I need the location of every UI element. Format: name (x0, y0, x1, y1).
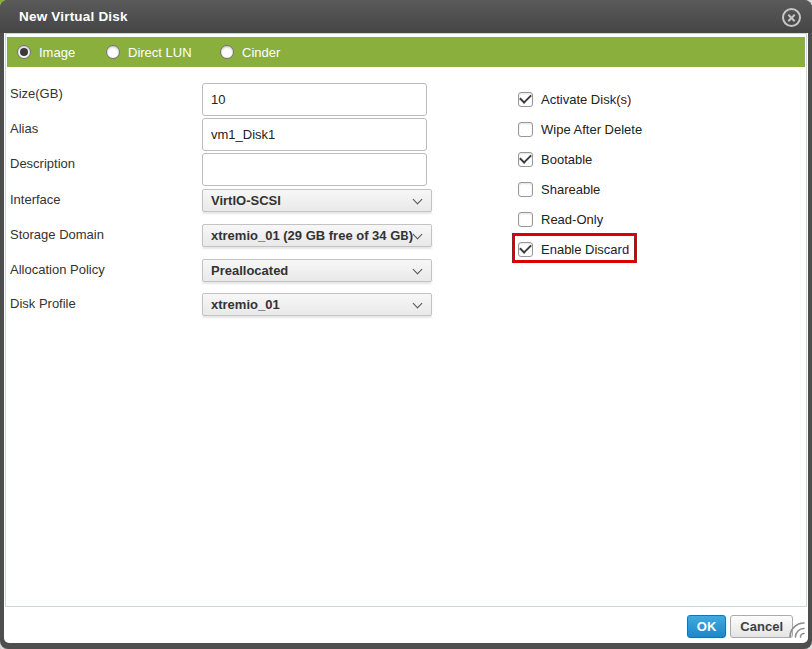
form-row-size: Size(GB) (10, 83, 427, 116)
field-label: Size(GB) (10, 83, 202, 116)
checkbox-row-shareable: Shareable (518, 174, 738, 204)
form-row-description: Description (10, 153, 427, 186)
chevron-down-icon (413, 230, 423, 240)
form-row-disk-profile: Disk Profile xtremio_01 (10, 293, 432, 316)
radio-direct-lun[interactable]: Direct LUN (106, 37, 192, 67)
field-label: Storage Domain (10, 224, 202, 247)
field-label: Interface (10, 189, 202, 212)
radio-button-icon (17, 45, 31, 59)
checkmark-icon (519, 151, 532, 164)
checkbox-row-activate-disks: Activate Disk(s) (518, 84, 738, 114)
shareable-checkbox[interactable] (518, 182, 533, 197)
field-label: Disk Profile (10, 293, 202, 316)
chevron-down-icon (413, 265, 423, 275)
checkmark-icon (519, 91, 532, 104)
disk-type-selector: Image Direct LUN Cinder (7, 37, 805, 67)
radio-cinder[interactable]: Cinder (220, 37, 280, 67)
enable-discard-highlight (512, 233, 637, 263)
field-label: Allocation Policy (10, 259, 202, 282)
alias-input[interactable] (202, 118, 427, 151)
chevron-down-icon (413, 195, 423, 205)
radio-image[interactable]: Image (17, 37, 75, 67)
checkbox-row-read-only: Read-Only (518, 204, 738, 234)
new-virtual-disk-dialog: New Virtual Disk Image Direct LUN Cinder… (0, 0, 812, 649)
interface-select[interactable]: VirtIO-SCSI (202, 189, 432, 212)
resize-grip-icon[interactable] (787, 620, 805, 642)
dialog-content: Image Direct LUN Cinder Size(GB) Alias D… (4, 33, 808, 643)
form-row-alias: Alias (10, 118, 427, 151)
size-gb-input[interactable] (202, 83, 427, 116)
form-row-interface: Interface VirtIO-SCSI (10, 189, 432, 212)
cancel-button[interactable]: Cancel (730, 615, 793, 638)
disk-options: Activate Disk(s) Wipe After Delete Boota… (518, 84, 738, 264)
activate-disks-checkbox[interactable] (518, 92, 533, 107)
read-only-checkbox[interactable] (518, 212, 533, 227)
radio-label: Direct LUN (128, 45, 192, 60)
form-row-storage-domain: Storage Domain xtremio_01 (29 GB free of… (10, 224, 432, 247)
dialog-footer: OK Cancel (5, 608, 807, 643)
checkbox-row-wipe-after-delete: Wipe After Delete (518, 114, 738, 144)
form-row-allocation-policy: Allocation Policy Preallocated (10, 259, 432, 282)
ok-button[interactable]: OK (687, 615, 727, 638)
description-input[interactable] (202, 153, 427, 186)
field-label: Description (10, 153, 202, 186)
close-icon[interactable] (782, 8, 801, 27)
dialog-titlebar: New Virtual Disk (0, 0, 812, 33)
storage-domain-select[interactable]: xtremio_01 (29 GB free of 34 GB) (202, 224, 432, 247)
radio-button-icon (220, 45, 234, 59)
wipe-after-delete-checkbox[interactable] (518, 122, 533, 137)
radio-label: Image (39, 45, 75, 60)
field-label: Alias (10, 118, 202, 151)
allocation-policy-select[interactable]: Preallocated (202, 259, 432, 282)
dialog-title: New Virtual Disk (19, 9, 128, 24)
bootable-checkbox[interactable] (518, 152, 533, 167)
radio-label: Cinder (242, 45, 280, 60)
radio-button-icon (106, 45, 120, 59)
chevron-down-icon (413, 299, 423, 309)
disk-profile-select[interactable]: xtremio_01 (202, 293, 432, 316)
checkbox-row-bootable: Bootable (518, 144, 738, 174)
